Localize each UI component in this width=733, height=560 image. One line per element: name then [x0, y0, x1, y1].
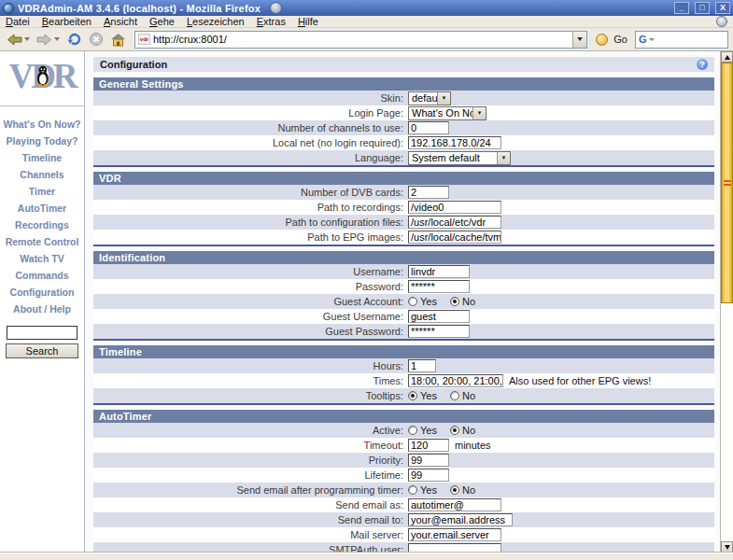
guest-password-input[interactable]: ******: [408, 325, 470, 338]
smtpauth-user-input[interactable]: [408, 543, 501, 553]
password-input[interactable]: ******: [408, 280, 470, 293]
menu-bearbeiten[interactable]: Bearbeiten: [42, 16, 92, 27]
forward-button[interactable]: [35, 30, 62, 49]
scrollbar-track[interactable]: [721, 63, 733, 541]
field-label-username: Username:: [93, 266, 408, 277]
timeout-input[interactable]: 120: [408, 439, 449, 452]
skin-select[interactable]: default▼: [408, 91, 451, 105]
sidebar-search-input[interactable]: [7, 326, 78, 340]
radio-no-icon[interactable]: [450, 297, 459, 306]
stop-button[interactable]: [87, 30, 106, 49]
send-email-as-input[interactable]: autotimer@: [408, 498, 501, 511]
scrollbar-thumb[interactable]: [721, 63, 733, 303]
row-language: Language:System default▼: [93, 150, 714, 165]
active-radio-no[interactable]: No: [450, 425, 475, 436]
number-of-channels-to-use-input[interactable]: 0: [408, 121, 449, 134]
maximize-button[interactable]: □: [695, 2, 710, 14]
search-engine-dropdown-icon[interactable]: [649, 38, 655, 41]
back-button[interactable]: [5, 30, 32, 49]
radio-yes-icon[interactable]: [408, 485, 417, 495]
field-cell-timeout: 120minutes: [408, 439, 714, 452]
radio-yes-icon[interactable]: [408, 391, 417, 400]
radio-no-icon[interactable]: [450, 485, 459, 495]
url-dropdown-button[interactable]: [572, 32, 586, 48]
sidebar-item-autotimer[interactable]: AutoTimer: [0, 200, 84, 217]
url-input[interactable]: http://crux:8001/: [153, 34, 572, 45]
local-net-no-login-required-input[interactable]: 192.168.178.0/24: [408, 136, 501, 149]
menu-lesezeichen[interactable]: Lesezeichen: [187, 16, 245, 27]
home-button[interactable]: [108, 30, 128, 49]
field-label-timeout: Timeout:: [93, 440, 408, 451]
field-cell-number-of-channels-to-use: 0: [408, 121, 714, 134]
page-title-bar: Configuration ?: [93, 57, 714, 72]
sidebar-item-timer[interactable]: Timer: [0, 183, 84, 200]
menu-extras[interactable]: Extras: [257, 16, 286, 27]
guest-account-radio-yes[interactable]: Yes: [408, 296, 437, 307]
field-label-smtpauth-user: SMTPAuth user:: [93, 544, 408, 553]
sidebar-item-playing-today[interactable]: Playing Today?: [0, 133, 84, 149]
go-button[interactable]: Go: [613, 34, 627, 45]
thumb-grip-icon: [724, 184, 731, 186]
path-to-epg-images-input[interactable]: /usr/local/cache/tvmovie: [408, 231, 501, 244]
times-input[interactable]: 18:00, 20:00, 21:00, 22:: [408, 374, 503, 387]
vdr-logo[interactable]: VDR: [8, 55, 75, 98]
scroll-down-button[interactable]: [721, 541, 733, 553]
hours-input[interactable]: 1: [408, 359, 436, 372]
radio-no-icon[interactable]: [450, 426, 459, 435]
send-email-after-programming-timer-radio-no[interactable]: No: [450, 484, 475, 496]
sidebar-item-timeline[interactable]: Timeline: [0, 149, 84, 166]
radio-yes-icon[interactable]: [408, 426, 417, 435]
menu-datei[interactable]: Datei: [6, 16, 30, 27]
priority-input[interactable]: 99: [408, 454, 449, 467]
mail-server-input[interactable]: your.email.server: [408, 528, 501, 541]
reload-button[interactable]: [64, 30, 84, 49]
username-input[interactable]: linvdr: [408, 265, 470, 278]
close-button[interactable]: X: [715, 2, 730, 14]
field-cell-path-to-recordings: /video0: [408, 201, 714, 214]
guest-account-radio-no[interactable]: No: [450, 296, 475, 307]
minimize-button[interactable]: _: [674, 2, 689, 14]
browser-viewport: VDR What's On Now?Playing Today?Timeline…: [0, 51, 733, 553]
language-select[interactable]: System default▼: [408, 151, 511, 165]
tooltips-radio-no[interactable]: No: [450, 390, 475, 401]
help-icon[interactable]: ?: [697, 59, 708, 70]
dropdown-arrow-icon[interactable]: ▼: [437, 92, 450, 105]
lifetime-input[interactable]: 99: [408, 469, 449, 482]
go-icon[interactable]: [596, 34, 608, 46]
active-radio-yes[interactable]: Yes: [408, 425, 437, 436]
field-cell-times: 18:00, 20:00, 21:00, 22:Also used for ot…: [408, 374, 714, 387]
number-of-dvb-cards-input[interactable]: 2: [408, 186, 449, 199]
radio-yes-icon[interactable]: [408, 297, 417, 306]
sidebar-item-configuration[interactable]: Configuration: [0, 284, 84, 301]
scroll-up-button[interactable]: [721, 51, 733, 63]
scroll-up-icon: [725, 55, 730, 60]
sidebar-item-watch-tv[interactable]: Watch TV: [0, 250, 84, 267]
url-bar[interactable]: vdr http://crux:8001/: [134, 31, 587, 49]
radio-no-icon[interactable]: [450, 391, 459, 400]
sidebar-item-what-s-on-now[interactable]: What's On Now?: [0, 116, 84, 133]
menu-hilfe[interactable]: Hilfe: [298, 16, 318, 27]
vertical-scrollbar[interactable]: [720, 51, 733, 553]
sidebar-search-button[interactable]: Search: [6, 343, 78, 358]
sidebar-item-channels[interactable]: Channels: [0, 166, 84, 183]
tooltips-radio-yes[interactable]: Yes: [408, 390, 437, 401]
menu-gehe[interactable]: Gehe: [149, 16, 175, 27]
path-to-configuration-files-input[interactable]: /usr/local/etc/vdr: [408, 216, 501, 229]
login-page-select[interactable]: What's On Now?▼: [408, 106, 486, 120]
menu-ansicht[interactable]: Ansicht: [104, 16, 137, 27]
field-label-tooltips: Tooltips:: [93, 390, 408, 401]
send-email-after-programming-timer-radio-yes[interactable]: Yes: [408, 484, 437, 496]
search-bar[interactable]: G: [635, 31, 728, 49]
sidebar-item-about-help[interactable]: About / Help: [0, 301, 84, 317]
sidebar-item-remote-control[interactable]: Remote Control: [0, 233, 84, 250]
guest-username-input[interactable]: guest: [408, 310, 470, 323]
send-email-to-input[interactable]: your@email.address: [408, 513, 513, 526]
section-vdr: VDRNumber of DVB cards:2Path to recordin…: [93, 172, 714, 246]
path-to-recordings-input[interactable]: /video0: [408, 201, 501, 214]
row-smtpauth-user: SMTPAuth user:: [93, 542, 714, 553]
dropdown-arrow-icon[interactable]: ▼: [472, 107, 486, 119]
sidebar-item-recordings[interactable]: Recordings: [0, 217, 84, 233]
sidebar-item-commands[interactable]: Commands: [0, 267, 84, 284]
dropdown-arrow-icon[interactable]: ▼: [497, 152, 510, 164]
field-cell-active: YesNo: [408, 425, 714, 436]
